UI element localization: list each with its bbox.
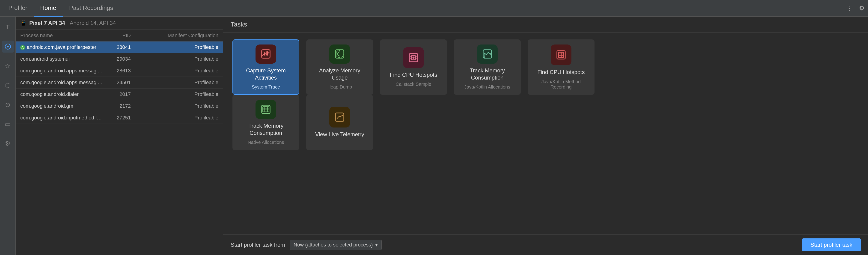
sidebar-icon-profiler[interactable]: [2, 40, 14, 53]
svg-rect-20: [559, 52, 564, 58]
task-card-subtitle: Java/Kotlin Allocations: [464, 85, 510, 90]
left-panel: 📱 Pixel 7 API 34 Android 14, API 34 Proc…: [16, 17, 223, 255]
task-card-capture-system[interactable]: Capture System ActivitiesSystem Trace: [232, 39, 299, 95]
chevron-down-icon: ▾: [375, 242, 378, 248]
tab-profiler-label: Profiler: [8, 4, 27, 11]
tab-bar-actions: ⋮ ⚙: [845, 3, 866, 13]
task-card-title: View Live Telemetry: [315, 131, 364, 138]
tab-profiler[interactable]: Profiler: [2, 0, 34, 17]
process-pid-cell: 24501: [103, 79, 140, 86]
process-name-cell: com.google.android.apps.messaging...: [20, 79, 103, 86]
sidebar-icon-settings[interactable]: ⚙: [2, 137, 14, 150]
more-icon: ⋮: [846, 5, 852, 12]
profiler-start-dropdown[interactable]: Now (attaches to selected process) ▾: [290, 240, 382, 250]
tab-home[interactable]: Home: [34, 0, 62, 17]
process-row[interactable]: com.google.android.apps.messaging...2450…: [16, 77, 223, 89]
gear-icon: ⚙: [859, 5, 865, 12]
device-api: Android 14, API 34: [70, 20, 116, 26]
process-manifest-cell: Profileable: [140, 79, 218, 86]
process-name-cell: com.google.android.gm: [20, 103, 103, 109]
svg-point-1: [7, 46, 8, 47]
tab-past-recordings-label: Past Recordings: [69, 4, 113, 11]
sidebar-icon-bookmark[interactable]: ☆: [2, 60, 14, 72]
task-card-find-cpu[interactable]: Find CPU HotspotsCallstack Sample: [380, 39, 447, 95]
process-name-cell: com.google.android.inputmethod.latin: [20, 115, 103, 121]
device-row: 📱 Pixel 7 API 34 Android 14, API 34: [16, 17, 223, 30]
start-profiler-button[interactable]: Start profiler task: [802, 238, 861, 251]
process-name-cell: com.google.android.dialer: [20, 91, 103, 97]
process-pid-cell: 28613: [103, 68, 140, 74]
process-row[interactable]: com.google.android.apps.messaging28613Pr…: [16, 65, 223, 77]
tab-past-recordings[interactable]: Past Recordings: [63, 0, 120, 17]
task-card-track-memory[interactable]: Track Memory ConsumptionJava/Kotlin Allo…: [454, 39, 521, 95]
sidebar-icon-terminal[interactable]: T: [2, 21, 14, 33]
header-manifest: Manifest Configuration: [140, 33, 218, 38]
tasks-rows-container: Capture System ActivitiesSystem Trace An…: [232, 39, 859, 150]
task-card-subtitle: Native Allocations: [248, 140, 284, 145]
task-card-subtitle: System Trace: [252, 85, 280, 90]
device-icon: 📱: [20, 20, 27, 26]
task-card-title: Capture System Activities: [238, 67, 294, 81]
task-card-title: Find CPU Hotspots: [390, 71, 437, 78]
tasks-row: Capture System ActivitiesSystem Trace An…: [232, 39, 859, 95]
bottom-bar-label: Start profiler task from: [230, 242, 285, 248]
process-row[interactable]: com.google.android.gm2172Profileable: [16, 100, 223, 112]
sidebar-icon-time[interactable]: ⊙: [2, 99, 14, 111]
profiler-icon: [5, 43, 11, 50]
task-card-icon-track-memory-2: [255, 100, 276, 119]
process-pid-cell: 2017: [103, 91, 140, 97]
task-card-view-live[interactable]: View Live Telemetry: [306, 95, 373, 150]
process-rows-container: Aandroid.com.java.profilerpester28041Pro…: [16, 41, 223, 124]
device-name: Pixel 7 API 34: [29, 20, 65, 26]
task-card-title: Track Memory Consumption: [459, 67, 516, 81]
process-row[interactable]: com.google.android.inputmethod.latin2725…: [16, 112, 223, 124]
process-pid-cell: 29034: [103, 56, 140, 62]
settings-button[interactable]: ⚙: [858, 3, 866, 13]
tab-bar: Profiler Home Past Recordings ⋮ ⚙: [0, 0, 868, 17]
task-card-subtitle: Callstack Sample: [396, 82, 431, 87]
svg-rect-5: [336, 50, 344, 58]
svg-point-16: [486, 54, 487, 55]
task-card-subtitle: Heap Dump: [328, 85, 352, 90]
svg-point-18: [490, 54, 491, 55]
process-table: Process name PID Manifest Configuration …: [16, 30, 223, 255]
task-card-title: Track Memory Consumption: [238, 122, 294, 136]
process-manifest-cell: Profileable: [140, 68, 218, 74]
task-card-icon-capture-system: [255, 44, 276, 64]
header-pid: PID: [103, 33, 140, 38]
task-card-find-cpu-2[interactable]: Find CPU HotspotsJava/Kotlin Method Reco…: [528, 39, 594, 95]
sidebar-icon-screen[interactable]: ▭: [2, 118, 14, 130]
tasks-grid: Capture System ActivitiesSystem Trace An…: [232, 39, 859, 150]
process-manifest-cell: Profileable: [140, 44, 218, 50]
task-card-icon-track-memory: [477, 44, 498, 64]
task-card-subtitle: Java/Kotlin Method Recording: [533, 79, 589, 90]
task-card-title: Analyze Memory Usage: [311, 67, 368, 81]
task-card-icon-find-cpu-2: [551, 44, 571, 65]
process-name-cell: com.google.android.apps.messaging: [20, 68, 103, 74]
process-row[interactable]: Aandroid.com.java.profilerpester28041Pro…: [16, 41, 223, 53]
sidebar-icon-build[interactable]: ⬡: [2, 79, 14, 91]
process-row[interactable]: com.google.android.dialer2017Profileable: [16, 89, 223, 100]
tasks-row: Track Memory ConsumptionNative Allocatio…: [232, 95, 859, 150]
process-manifest-cell: Profileable: [140, 115, 218, 121]
process-manifest-cell: Profileable: [140, 91, 218, 97]
task-card-track-memory-2[interactable]: Track Memory ConsumptionNative Allocatio…: [232, 95, 299, 150]
tasks-title: Tasks: [230, 21, 247, 28]
bottom-bar: Start profiler task from Now (attaches t…: [223, 234, 868, 255]
process-row[interactable]: com.android.systemui29034Profileable: [16, 53, 223, 65]
tasks-grid-container: Capture System ActivitiesSystem Trace An…: [223, 33, 868, 234]
task-card-icon-view-live: [329, 107, 350, 127]
process-pid-cell: 2172: [103, 103, 140, 109]
svg-point-17: [488, 52, 489, 53]
more-options-button[interactable]: ⋮: [845, 3, 854, 13]
process-manifest-cell: Profileable: [140, 103, 218, 109]
start-profiler-label: Start profiler task: [811, 242, 852, 248]
task-card-analyze-memory[interactable]: Analyze Memory UsageHeap Dump: [306, 39, 373, 95]
svg-rect-32: [336, 113, 344, 121]
process-pid-cell: 27251: [103, 115, 140, 121]
sidebar-icons: T ☆ ⬡ ⊙ ▭ ⚙: [0, 17, 16, 255]
header-process-name: Process name: [20, 33, 103, 38]
svg-point-15: [484, 57, 485, 58]
process-pid-cell: 28041: [103, 44, 140, 50]
main-layout: T ☆ ⬡ ⊙ ▭ ⚙ 📱 Pixel 7 API 34 Android 14,…: [0, 17, 868, 255]
